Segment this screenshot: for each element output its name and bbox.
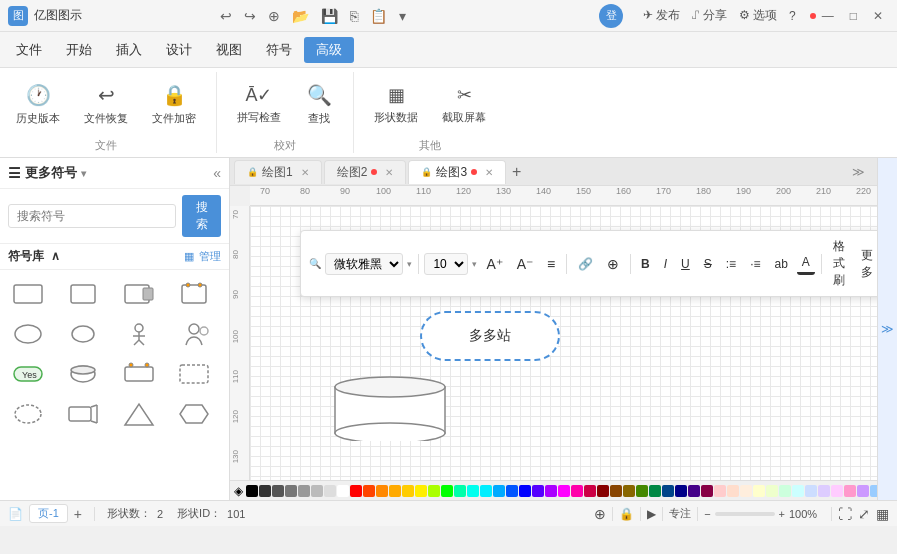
undo-button[interactable]: ↩ bbox=[216, 6, 236, 26]
italic-btn[interactable]: I bbox=[659, 254, 672, 274]
library-title[interactable]: 符号库 ∧ bbox=[8, 248, 60, 265]
unordered-list-btn[interactable]: ·≡ bbox=[745, 254, 765, 274]
fit-icon[interactable]: ⛶ bbox=[838, 506, 852, 522]
shape-item[interactable] bbox=[172, 396, 216, 432]
color-swatch[interactable] bbox=[844, 485, 856, 497]
shape-item[interactable] bbox=[61, 316, 105, 352]
menu-item-设计[interactable]: 设计 bbox=[154, 37, 204, 63]
redo-button[interactable]: ↪ bbox=[240, 6, 260, 26]
color-swatch[interactable] bbox=[636, 485, 648, 497]
format-brush-btn[interactable]: 格式刷 bbox=[827, 235, 851, 292]
tab-close-btn[interactable]: ✕ bbox=[485, 167, 493, 178]
font-select[interactable]: 微软雅黑 bbox=[325, 253, 403, 275]
font-decrease-btn[interactable]: A⁻ bbox=[512, 253, 538, 275]
tab-drawing3[interactable]: 🔒 绘图3 ✕ bbox=[408, 160, 506, 184]
color-swatch[interactable] bbox=[545, 485, 557, 497]
color-swatch[interactable] bbox=[727, 485, 739, 497]
color-swatch[interactable] bbox=[467, 485, 479, 497]
find-btn[interactable]: 🔍 查找 bbox=[297, 79, 341, 130]
open-button[interactable]: 📂 bbox=[288, 6, 313, 26]
strikethrough-btn[interactable]: S bbox=[699, 254, 717, 274]
zoom-slider[interactable] bbox=[715, 512, 775, 516]
color-swatch[interactable] bbox=[688, 485, 700, 497]
color-swatch[interactable] bbox=[740, 485, 752, 497]
color-swatch[interactable] bbox=[298, 485, 310, 497]
screenshot-btn[interactable]: ✂ 截取屏幕 bbox=[434, 80, 494, 129]
publish-btn[interactable]: ✈ 发布 bbox=[643, 7, 680, 24]
color-swatch[interactable] bbox=[610, 485, 622, 497]
tab-close-btn[interactable]: ✕ bbox=[385, 167, 393, 178]
shape-item[interactable] bbox=[117, 356, 161, 392]
more-button[interactable]: ▾ bbox=[395, 6, 410, 26]
color-swatch[interactable] bbox=[662, 485, 674, 497]
color-swatch[interactable] bbox=[714, 485, 726, 497]
sidebar-collapse-btn[interactable]: « bbox=[213, 165, 221, 181]
page-indicator[interactable]: 页-1 bbox=[29, 504, 68, 523]
color-swatch[interactable] bbox=[506, 485, 518, 497]
font-increase-btn[interactable]: A⁺ bbox=[481, 253, 507, 275]
manage-btn[interactable]: ▦ 管理 bbox=[184, 249, 221, 264]
shape-item[interactable] bbox=[117, 276, 161, 312]
tab-close-btn[interactable]: ✕ bbox=[301, 167, 309, 178]
search-input[interactable] bbox=[8, 204, 176, 228]
shape-item[interactable] bbox=[61, 276, 105, 312]
color-swatch[interactable] bbox=[532, 485, 544, 497]
shape-item[interactable] bbox=[172, 276, 216, 312]
settings-btn[interactable]: ⚙ 选项 bbox=[739, 7, 777, 24]
color-swatch[interactable] bbox=[584, 485, 596, 497]
color-picker-icon[interactable]: ◈ bbox=[234, 484, 243, 498]
color-swatch[interactable] bbox=[402, 485, 414, 497]
shape-item[interactable] bbox=[6, 276, 50, 312]
spell-check-btn[interactable]: Ā✓ 拼写检查 bbox=[229, 80, 289, 129]
focus-label[interactable]: 专注 bbox=[669, 506, 691, 521]
color-swatch[interactable] bbox=[272, 485, 284, 497]
color-swatch[interactable] bbox=[389, 485, 401, 497]
menu-item-视图[interactable]: 视图 bbox=[204, 37, 254, 63]
shape-item[interactable] bbox=[172, 356, 216, 392]
layers-icon[interactable]: ⊕ bbox=[594, 506, 606, 522]
bold-btn[interactable]: B bbox=[636, 254, 655, 274]
color-swatch[interactable] bbox=[597, 485, 609, 497]
paste-button[interactable]: 📋 bbox=[366, 6, 391, 26]
shape-item[interactable] bbox=[117, 396, 161, 432]
play-icon[interactable]: ▶ bbox=[647, 507, 656, 521]
underline2-btn[interactable]: ab bbox=[769, 254, 792, 274]
shape-item[interactable] bbox=[61, 356, 105, 392]
shape-item[interactable] bbox=[61, 396, 105, 432]
color-swatch[interactable] bbox=[753, 485, 765, 497]
menu-item-文件[interactable]: 文件 bbox=[4, 37, 54, 63]
color-swatch[interactable] bbox=[285, 485, 297, 497]
menu-item-插入[interactable]: 插入 bbox=[104, 37, 154, 63]
color-swatch[interactable] bbox=[571, 485, 583, 497]
color-swatch[interactable] bbox=[792, 485, 804, 497]
text-color-btn[interactable]: A bbox=[797, 252, 815, 275]
color-swatch[interactable] bbox=[649, 485, 661, 497]
color-swatch[interactable] bbox=[454, 485, 466, 497]
search-button[interactable]: 搜索 bbox=[182, 195, 221, 237]
more-btn[interactable]: 更多 bbox=[856, 244, 877, 284]
color-swatch[interactable] bbox=[376, 485, 388, 497]
color-swatch[interactable] bbox=[623, 485, 635, 497]
color-swatch[interactable] bbox=[857, 485, 869, 497]
color-swatch[interactable] bbox=[675, 485, 687, 497]
menu-item-符号[interactable]: 符号 bbox=[254, 37, 304, 63]
color-swatch[interactable] bbox=[324, 485, 336, 497]
color-swatch[interactable] bbox=[259, 485, 271, 497]
color-swatch[interactable] bbox=[701, 485, 713, 497]
history-version-btn[interactable]: 🕐 历史版本 bbox=[8, 79, 68, 130]
color-swatch[interactable] bbox=[766, 485, 778, 497]
copy-button[interactable]: ⎘ bbox=[346, 6, 362, 26]
color-swatch[interactable] bbox=[428, 485, 440, 497]
color-swatch[interactable] bbox=[363, 485, 375, 497]
ordered-list-btn[interactable]: :≡ bbox=[721, 254, 741, 274]
color-swatch[interactable] bbox=[831, 485, 843, 497]
underline-btn[interactable]: U bbox=[676, 254, 695, 274]
menu-item-高级[interactable]: 高级 bbox=[304, 37, 354, 63]
close-button[interactable]: ✕ bbox=[867, 7, 889, 25]
color-swatch[interactable] bbox=[480, 485, 492, 497]
shape-item[interactable] bbox=[6, 316, 50, 352]
align-btn[interactable]: ≡ bbox=[542, 253, 560, 275]
shape-data-btn[interactable]: ▦ 形状数据 bbox=[366, 80, 426, 129]
tabs-collapse-btn[interactable]: ≫ bbox=[852, 165, 865, 179]
more-options-btn[interactable]: ⊕ bbox=[602, 253, 624, 275]
